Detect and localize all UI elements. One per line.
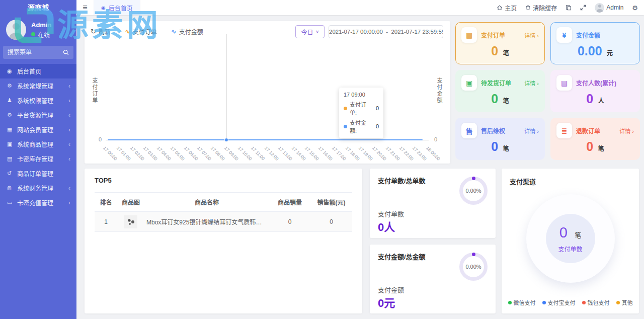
tab-dashboard[interactable]: ◉ 后台首页	[94, 0, 140, 15]
avatar	[6, 20, 26, 40]
detail-link[interactable]: 详情 ›	[524, 79, 539, 87]
legend-label: 其他	[622, 298, 633, 306]
stat-card-value: 0.00	[578, 44, 602, 58]
payments-chart-card: ↻ 刷新 ∿ 支付订单 ∿ 支付金额 今日	[85, 21, 450, 164]
donut-chart: 0 笔 支付单数	[526, 194, 615, 283]
detail-link[interactable]: 详情 ›	[524, 31, 539, 39]
hamburger-menu-icon[interactable]: ≡	[76, 3, 94, 12]
trash-icon	[525, 5, 531, 11]
series-toggle[interactable]: ∿ 支付金额	[171, 27, 203, 36]
legend-item[interactable]: 支付宝支付	[542, 298, 576, 306]
sidebar-item-card-recharge[interactable]: ▭ 卡密充值管理 ‹	[0, 195, 76, 210]
series-toggle-label: 支付订单	[133, 27, 157, 36]
legend-item[interactable]: 其他	[616, 298, 633, 306]
copy-icon	[566, 5, 572, 11]
users-icon: ♟	[7, 97, 17, 104]
stat-card-value: 0	[491, 92, 498, 106]
date-range-input[interactable]	[329, 25, 443, 38]
chart-series-toggles: ∿ 支付订单 ∿ 支付金额	[125, 27, 203, 36]
online-dot-icon	[31, 32, 35, 36]
clear-cache-button[interactable]: 清除缓存	[525, 4, 557, 12]
series-dot-icon	[344, 125, 347, 128]
progress-percent: 0.00%	[465, 264, 481, 270]
stat-card-label: 退款订单	[576, 126, 600, 135]
sidebar-item-system-general[interactable]: ⚙ 系统常规管理 ‹	[0, 78, 76, 93]
chart-tooltip: 17 09:00 支付订单: 0 支付金额: 0	[339, 88, 383, 138]
tooltip-series-label: 支付订单:	[350, 100, 373, 116]
sidebar-item-system-permission[interactable]: ♟ 系统权限管理 ‹	[0, 93, 76, 108]
sidebar-item-system-products[interactable]: ▣ 系统商品管理 ‹	[0, 137, 76, 151]
menu-item-label: 系统商品管理	[17, 140, 53, 148]
sidebar-item-site-members[interactable]: ▦ 网站会员管理 ‹	[0, 122, 76, 137]
stat-card-label: 支付金额	[576, 31, 600, 39]
chevron-left-icon: ‹	[68, 83, 70, 90]
progress-ring: 0.00%	[459, 177, 488, 205]
fullscreen-button[interactable]	[580, 5, 586, 11]
series-toggle-label: 支付金额	[179, 27, 203, 36]
column-header: 销售额(元)	[310, 193, 352, 212]
credit-card-icon: ▭	[7, 199, 17, 206]
sidebar-item-platform-supply[interactable]: ⚙ 平台货源管理 ‹	[0, 108, 76, 122]
user-menu[interactable]: Admin	[595, 3, 623, 13]
ratio-value: 0元	[378, 294, 395, 310]
payment-channels-card: 支付渠道 0 笔 支付单数 微信支付 支付宝支付	[502, 169, 639, 313]
legend-item[interactable]: 钱包支付	[582, 298, 610, 306]
chevron-left-icon: ‹	[68, 155, 70, 163]
home-icon	[497, 5, 503, 11]
card-refund-orders: ≣ 退款订单 详情 › 0 笔	[550, 118, 640, 160]
x-axis-ticks: 17 00:0017 01:0017 02:0017 03:0017 04:00…	[106, 142, 429, 151]
copy-page-button[interactable]	[566, 5, 572, 11]
home-button[interactable]: 主页	[497, 4, 517, 12]
menu-item-label: 系统常规管理	[17, 82, 53, 90]
tooltip-rows: 支付订单: 0 支付金额: 0	[344, 100, 379, 134]
product-name-cell: Mbox耳钉女925银针蝴蝶结耳钉女气质韩国个性简约百...	[144, 212, 269, 232]
sidebar-item-system-finance[interactable]: ⋒ 系统财务管理 ‹	[0, 181, 76, 195]
tooltip-crosshair	[226, 34, 227, 140]
card-after-sale: 售 售后维权 详情 › 0 笔	[455, 118, 545, 160]
stat-card-unit: 人	[598, 98, 604, 105]
sidebar-item-product-orders[interactable]: ↺ 商品订单管理	[0, 166, 76, 181]
stat-card-label: 支付人数(累计)	[576, 78, 616, 87]
card-pay-amount: ¥ 支付金额 0.00 元	[550, 22, 640, 64]
range-select-button[interactable]: 今日 ∨	[295, 25, 325, 38]
dashboard-icon: ◉	[101, 5, 106, 11]
legend-dot-icon	[508, 301, 512, 304]
stat-card-label: 售后维权	[481, 126, 505, 135]
pay-count-ratio-card: 支付单数/总单数 0.00% 支付单数 0人	[370, 169, 496, 238]
pay-amount-ratio-card: 支付金额/总金额 0.00% 支付金额 0元	[370, 245, 496, 314]
after-sale-badge-icon: 售	[461, 123, 477, 138]
menu-item-label: 系统财务管理	[17, 184, 53, 192]
menu-item-label: 商品订单管理	[17, 169, 53, 178]
tooltip-title: 17 09:00	[344, 92, 379, 98]
donut-center-label: 支付单数	[558, 245, 582, 253]
refresh-button[interactable]: ↻ 刷新	[91, 27, 111, 36]
image-icon: ▣	[7, 141, 17, 147]
detail-link[interactable]: 详情 ›	[524, 127, 539, 135]
chart-toolbar: ↻ 刷新 ∿ 支付订单 ∿ 支付金额	[91, 27, 203, 36]
topbar-user-name: Admin	[606, 4, 623, 11]
search-icon[interactable]	[63, 49, 69, 55]
cogs-icon: ⚙	[7, 112, 17, 118]
legend-item[interactable]: 微信支付	[508, 298, 536, 306]
line-series-icon: ∿	[171, 28, 177, 35]
progress-ring: 0.00%	[459, 253, 488, 281]
user-name: Admin	[31, 21, 51, 29]
app-title: 源商城	[0, 0, 76, 15]
search-input[interactable]	[8, 49, 63, 56]
stat-card-unit: 笔	[598, 145, 604, 152]
legend-label: 钱包支付	[588, 298, 610, 306]
stat-card-unit: 笔	[503, 98, 509, 105]
ratio-cards-column: 支付单数/总单数 0.00% 支付单数 0人 支付金额/总金额 0.00% 支付…	[370, 169, 496, 313]
table-icon: ▦	[7, 126, 17, 133]
stat-card-value: 0	[491, 139, 498, 153]
series-toggle[interactable]: ∿ 支付订单	[125, 27, 157, 36]
detail-link[interactable]: 详情 ›	[619, 127, 634, 135]
stat-cards-grid: ▤ 支付订单 详情 › 0 笔 ¥ 支付金额	[455, 22, 640, 160]
admin-dashboard-page: 源素网 源商城 Admin 在线 ◉	[0, 0, 644, 319]
series-dot-icon	[344, 107, 347, 110]
sidebar-item-card-inventory[interactable]: ▤ 卡密库存管理 ‹	[0, 151, 76, 166]
highlighted-data-point	[224, 138, 228, 142]
table-row: 1 Mbox耳钉女925银针蝴蝶结耳钉女气质韩国个性简约百... 0 0	[95, 212, 352, 232]
sidebar-item-dashboard[interactable]: ◉ 后台首页	[0, 64, 76, 78]
settings-gear-icon[interactable]: ⚙	[632, 4, 638, 12]
